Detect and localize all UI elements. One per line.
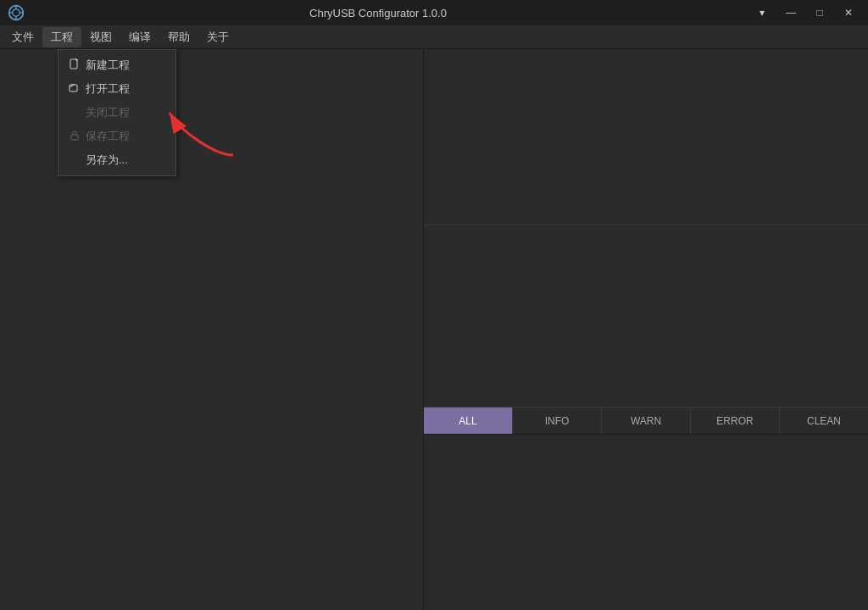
lock-icon xyxy=(69,130,81,144)
menubar-item-compile[interactable]: 编译 xyxy=(120,27,159,47)
menubar: 文件 工程 视图 编译 帮助 关于 xyxy=(0,25,868,49)
arrow-pointer xyxy=(165,100,250,170)
svg-rect-8 xyxy=(70,85,77,92)
menubar-item-view[interactable]: 视图 xyxy=(81,27,120,47)
restore-btn[interactable]: □ xyxy=(807,3,832,22)
menu-item-close-label: 关闭工程 xyxy=(86,105,130,120)
menu-item-new-label: 新建工程 xyxy=(86,58,130,73)
tab-error[interactable]: ERROR xyxy=(691,408,780,434)
titlebar: ChryUSB Configurator 1.0.0 ▾ — □ ✕ xyxy=(0,0,868,25)
menu-item-saveas-label: 另存为... xyxy=(86,152,128,168)
tab-all[interactable]: ALL xyxy=(424,408,513,434)
main-layout: 新建工程 打开工程 关闭工程 xyxy=(0,49,868,610)
tab-info[interactable]: INFO xyxy=(513,408,602,434)
menu-item-open-label: 打开工程 xyxy=(86,81,130,97)
app-title: ChryUSB Configurator 1.0.0 xyxy=(7,7,749,19)
menu-item-new[interactable]: 新建工程 xyxy=(58,53,175,77)
menu-item-open[interactable]: 打开工程 xyxy=(58,77,175,101)
right-panel: ALL INFO WARN ERROR CLEAN xyxy=(424,49,868,610)
log-panel xyxy=(424,435,868,610)
project-dropdown-menu: 新建工程 打开工程 关闭工程 xyxy=(58,49,176,176)
window-controls: ▾ — □ ✕ xyxy=(749,3,861,22)
menu-item-close: 关闭工程 xyxy=(58,101,175,125)
minimize-btn[interactable]: — xyxy=(778,3,804,22)
svg-rect-9 xyxy=(71,135,78,140)
right-middle-panel xyxy=(424,225,868,408)
close-btn[interactable]: ✕ xyxy=(836,3,861,22)
menu-item-save-label: 保存工程 xyxy=(86,129,130,144)
tab-warn[interactable]: WARN xyxy=(602,408,691,434)
open-file-icon xyxy=(69,82,81,97)
tab-clean[interactable]: CLEAN xyxy=(780,408,868,434)
menubar-item-file[interactable]: 文件 xyxy=(3,27,42,47)
svg-rect-6 xyxy=(70,59,77,69)
menubar-item-help[interactable]: 帮助 xyxy=(159,27,198,47)
left-panel: 新建工程 打开工程 关闭工程 xyxy=(0,49,424,610)
menubar-item-about[interactable]: 关于 xyxy=(198,27,237,47)
log-tabs: ALL INFO WARN ERROR CLEAN xyxy=(424,408,868,435)
right-top-panel xyxy=(424,49,868,225)
dropdown-btn[interactable]: ▾ xyxy=(749,3,775,22)
new-file-icon xyxy=(69,58,81,73)
menu-item-save: 保存工程 xyxy=(58,125,175,148)
menubar-item-project[interactable]: 工程 xyxy=(42,27,81,47)
menu-item-saveas[interactable]: 另存为... xyxy=(58,148,175,172)
